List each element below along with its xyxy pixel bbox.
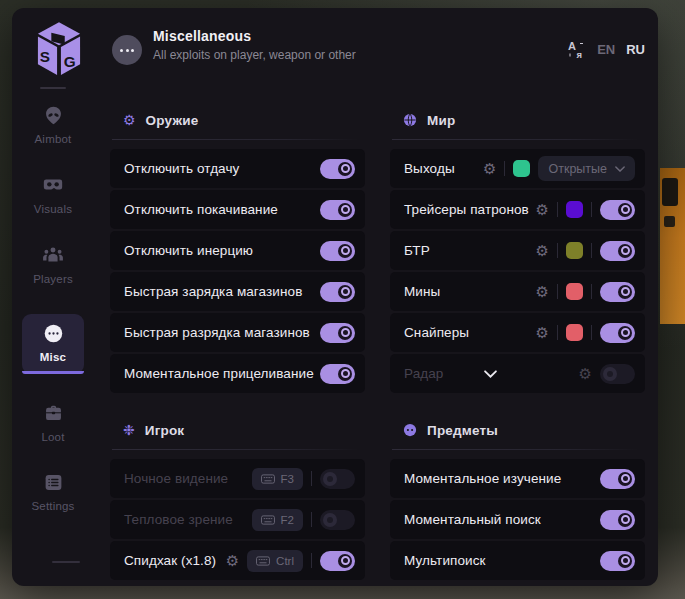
hotkey-badge[interactable]: Ctrl [247, 550, 303, 572]
sidebar-item-label: Aimbot [35, 133, 72, 145]
right-column: Мир Выходы ⚙ Открытые [390, 98, 645, 582]
gear-icon[interactable]: ⚙ [226, 553, 239, 568]
toggle[interactable] [600, 282, 635, 302]
dropdown[interactable]: Открытые [538, 156, 635, 181]
feature-label: Моментальное изучение [404, 471, 561, 486]
toggle[interactable] [600, 510, 635, 530]
feature-label: Отключить инерцию [124, 243, 253, 258]
lang-en-button[interactable]: EN [597, 42, 615, 57]
feature-row: Быстрая разрядка магазинов [110, 313, 365, 352]
ellipsis-circle-icon [112, 35, 142, 65]
svg-text:я: я [577, 49, 583, 60]
separator [591, 243, 592, 258]
feature-label: Быстрая зарядка магазинов [124, 284, 302, 299]
feature-label: Моментальный поиск [404, 512, 541, 527]
content: ⚙ Оружие Отключить отдачу Отключить пока… [110, 98, 645, 586]
briefcase-icon [43, 403, 64, 424]
sidebar-item-label: Settings [31, 500, 74, 512]
svg-text:G: G [64, 53, 76, 70]
gear-icon[interactable]: ⚙ [579, 366, 592, 381]
gear-icon[interactable]: ⚙ [483, 161, 496, 176]
toggle[interactable] [600, 241, 635, 261]
toggle[interactable] [600, 323, 635, 343]
toggle[interactable] [320, 323, 355, 343]
feature-label: БТР [404, 243, 430, 258]
feature-label: Радар [404, 366, 443, 381]
lang-ru-button[interactable]: RU [626, 42, 645, 57]
svg-text:S: S [40, 48, 50, 65]
section-items: Предметы Моментальное изучение Моменталь… [390, 408, 645, 580]
divider [52, 561, 80, 563]
toggle[interactable] [320, 159, 355, 179]
color-swatch[interactable] [513, 160, 530, 177]
feature-row: Снайперы ⚙ [390, 313, 645, 352]
color-swatch[interactable] [566, 242, 583, 259]
feature-label: Тепловое зрение [124, 512, 233, 527]
feature-label: Ночное видение [124, 471, 228, 486]
toggle[interactable] [600, 200, 635, 220]
language-switcher: A я EN RU [567, 40, 645, 59]
sidebar-item-label: Visuals [34, 203, 72, 215]
section-title: Мир [427, 113, 455, 128]
toggle[interactable] [320, 551, 355, 571]
separator [311, 512, 312, 527]
section-title: Оружие [146, 113, 199, 128]
sidebar-item-misc[interactable]: Misc [22, 314, 84, 374]
feature-row: Отключить инерцию [110, 231, 365, 270]
alien-icon [43, 105, 64, 126]
feature-row: Тепловое зрение F2 [110, 500, 365, 539]
separator [557, 325, 558, 340]
sidebar-item-settings[interactable]: Settings [22, 472, 84, 512]
toggle[interactable] [320, 282, 355, 302]
color-swatch[interactable] [566, 201, 583, 218]
page-subtitle: All exploits on player, weapon or other [153, 48, 356, 62]
feature-row: Моментальный поиск [390, 500, 645, 539]
ellipsis-circle-icon [43, 323, 64, 344]
toggle[interactable] [320, 200, 355, 220]
translate-icon: A я [567, 40, 586, 59]
sidebar-item-aimbot[interactable]: Aimbot [22, 105, 84, 145]
settings-list-icon [43, 472, 64, 493]
section-weapon: ⚙ Оружие Отключить отдачу Отключить пока… [110, 98, 365, 393]
toggle[interactable] [320, 241, 355, 261]
feature-label: Мины [404, 284, 440, 299]
page-title: Miscellaneous [153, 28, 356, 44]
divider [112, 449, 359, 450]
game-screen: S G Miscellaneous All exploits on player… [0, 0, 685, 599]
separator [591, 202, 592, 217]
expand-chevron-down-icon[interactable] [484, 370, 497, 378]
toggle[interactable] [600, 364, 635, 384]
sign-mark [664, 216, 675, 227]
feature-label: Отключить покачивание [124, 202, 278, 217]
sidebar-item-visuals[interactable]: Visuals [22, 174, 84, 215]
feature-label: Моментальное прицеливание [124, 366, 314, 381]
feature-row: Трейсеры патронов ⚙ [390, 190, 645, 229]
feature-label: Мультипоиск [404, 553, 486, 568]
separator [557, 243, 558, 258]
divider [112, 139, 359, 140]
toggle[interactable] [320, 510, 355, 530]
hotkey-badge[interactable]: F3 [252, 468, 303, 490]
toggle[interactable] [600, 551, 635, 571]
sidebar-item-players[interactable]: Players [22, 244, 84, 285]
color-swatch[interactable] [566, 324, 583, 341]
section-title: Игрок [145, 423, 185, 438]
divider [392, 139, 639, 140]
gear-icon[interactable]: ⚙ [536, 202, 549, 217]
feature-row: Моментальное изучение [390, 459, 645, 498]
sign-mark [662, 178, 678, 206]
sidebar: Aimbot Visuals Players Misc [12, 105, 94, 512]
feature-row: Быстрая зарядка магазинов [110, 272, 365, 311]
toggle[interactable] [600, 469, 635, 489]
gear-icon[interactable]: ⚙ [536, 325, 549, 340]
gear-icon[interactable]: ⚙ [536, 243, 549, 258]
toggle[interactable] [320, 469, 355, 489]
game-background-sign [660, 168, 685, 324]
hotkey-badge[interactable]: F2 [252, 509, 303, 531]
color-swatch[interactable] [566, 283, 583, 300]
sidebar-item-loot[interactable]: Loot [22, 403, 84, 443]
separator [557, 202, 558, 217]
gear-icon[interactable]: ⚙ [536, 284, 549, 299]
section-world: Мир Выходы ⚙ Открытые [390, 98, 645, 393]
toggle[interactable] [320, 364, 355, 384]
